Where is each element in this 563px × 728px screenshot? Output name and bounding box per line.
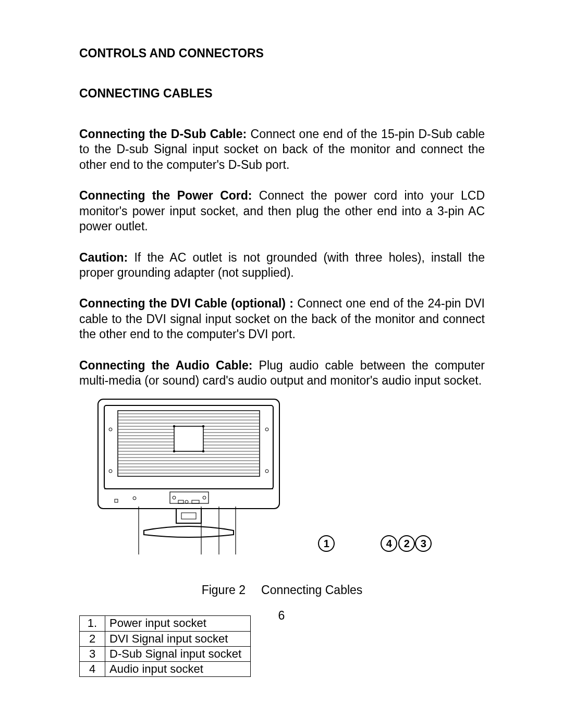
svg-point-29	[265, 428, 268, 431]
legend-text-4: Audio input socket	[105, 661, 251, 676]
page-number: 6	[0, 608, 563, 623]
body-caution: If the AC outlet is not grounded (with t…	[79, 251, 485, 279]
legend-num-2: 2	[80, 631, 105, 646]
svg-point-30	[109, 470, 112, 473]
legend-text-2: DVI Signal input socket	[105, 631, 251, 646]
table-row: 2 DVI Signal input socket	[80, 631, 251, 646]
paragraph-audio: Connecting the Audio Cable: Plug audio c…	[79, 358, 485, 389]
callout-4: 4	[381, 535, 397, 552]
figure-wrapper: 1 4 2 3 Figure 2Connecting Cables	[79, 398, 485, 598]
callout-2: 2	[398, 535, 415, 552]
legend-table: 1. Power input socket 2 DVI Signal input…	[79, 615, 251, 677]
svg-rect-23	[174, 426, 203, 451]
paragraph-dsub: Connecting the D-Sub Cable: Connect one …	[79, 127, 485, 172]
paragraph-caution: Caution: If the AC outlet is not grounde…	[79, 250, 485, 281]
lead-dvi: Connecting the DVI Cable (optional) :	[79, 297, 297, 310]
legend-num-3: 3	[80, 646, 105, 661]
table-row: 3 D-Sub Signal input socket	[80, 646, 251, 661]
svg-point-26	[173, 450, 175, 452]
lead-caution: Caution:	[79, 251, 134, 264]
callout-3: 3	[415, 535, 432, 552]
figure-caption: Figure 2Connecting Cables	[79, 583, 485, 598]
document-page: CONTROLS AND CONNECTORS CONNECTING CABLE…	[0, 0, 563, 728]
lead-dsub: Connecting the D-Sub Cable:	[79, 127, 251, 141]
section-title: CONTROLS AND CONNECTORS	[79, 46, 485, 61]
svg-point-24	[173, 425, 175, 427]
subsection-title: CONNECTING CABLES	[79, 86, 485, 101]
paragraph-dvi: Connecting the DVI Cable (optional) : Co…	[79, 296, 485, 342]
figure-callouts: 1 4 2 3	[284, 535, 467, 557]
svg-point-25	[202, 425, 204, 427]
lead-audio: Connecting the Audio Cable:	[79, 359, 259, 372]
legend-num-4: 4	[80, 661, 105, 676]
table-row: 4 Audio input socket	[80, 661, 251, 676]
svg-point-28	[109, 428, 112, 431]
monitor-rear-illustration	[97, 398, 280, 557]
figure-label: Figure 2	[202, 583, 246, 597]
svg-point-27	[202, 450, 204, 452]
svg-rect-42	[181, 513, 196, 519]
legend-table-wrapper: 1. Power input socket 2 DVI Signal input…	[79, 615, 485, 677]
lead-power: Connecting the Power Cord:	[79, 189, 259, 202]
paragraph-power: Connecting the Power Cord: Connect the p…	[79, 188, 485, 234]
callout-1: 1	[318, 535, 335, 552]
legend-text-3: D-Sub Signal input socket	[105, 646, 251, 661]
figure-caption-text: Connecting Cables	[261, 583, 362, 597]
svg-point-31	[265, 470, 268, 473]
